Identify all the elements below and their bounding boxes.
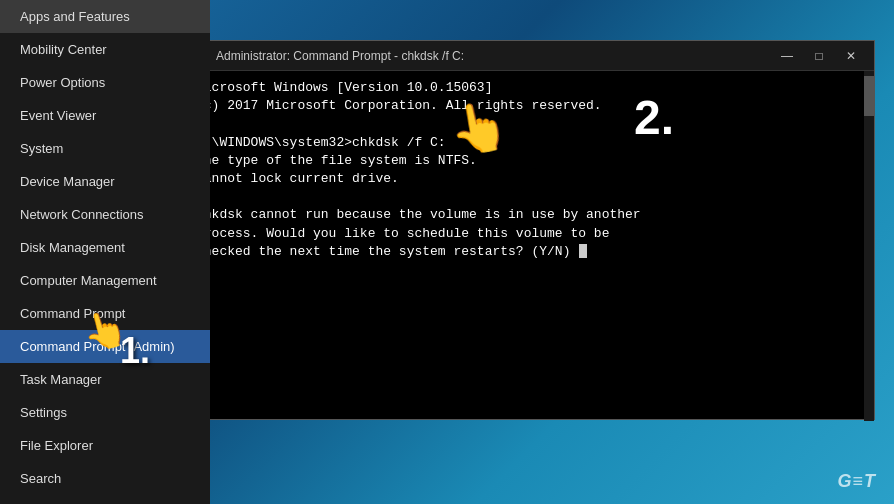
menu-item-label-command-prompt-admin: Command Prompt (Admin) [20,339,175,354]
menu-item-mobility-center[interactable]: Mobility Center [0,33,210,66]
cmd-scrollbar[interactable] [864,71,874,421]
cmd-titlebar: C:\ Administrator: Command Prompt - chkd… [186,41,874,71]
menu-item-label-task-manager: Task Manager [20,372,102,387]
minimize-button[interactable]: — [772,46,802,66]
menu-item-run[interactable]: Run [0,495,210,504]
cmd-line-6: Cannot lock current drive. [196,170,864,188]
context-menu: Apps and FeaturesMobility CenterPower Op… [0,0,210,504]
cmd-line-4: C:\WINDOWS\system32>chkdsk /f C: [196,134,864,152]
menu-item-settings[interactable]: Settings [0,396,210,429]
menu-item-computer-management[interactable]: Computer Management [0,264,210,297]
menu-item-disk-management[interactable]: Disk Management [0,231,210,264]
cmd-line-7 [196,188,864,206]
menu-item-label-settings: Settings [20,405,67,420]
menu-item-label-apps-features: Apps and Features [20,9,130,24]
cmd-line-2: (c) 2017 Microsoft Corporation. All righ… [196,97,864,115]
menu-item-label-network-connections: Network Connections [20,207,144,222]
menu-item-label-file-explorer: File Explorer [20,438,93,453]
menu-item-command-prompt[interactable]: Command Prompt [0,297,210,330]
cmd-content[interactable]: Microsoft Windows [Version 10.0.15063] (… [186,71,874,419]
cmd-line-3 [196,115,864,133]
close-button[interactable]: ✕ [836,46,866,66]
menu-item-label-mobility-center: Mobility Center [20,42,107,57]
cmd-line-5: The type of the file system is NTFS. [196,152,864,170]
menu-item-event-viewer[interactable]: Event Viewer [0,99,210,132]
desktop: Apps and FeaturesMobility CenterPower Op… [0,0,894,504]
menu-item-file-explorer[interactable]: File Explorer [0,429,210,462]
cmd-title: Administrator: Command Prompt - chkdsk /… [216,49,772,63]
cmd-line-10: checked the next time the system restart… [196,243,864,261]
menu-item-label-device-manager: Device Manager [20,174,115,189]
cmd-window-controls: — □ ✕ [772,46,866,66]
menu-item-label-disk-management: Disk Management [20,240,125,255]
cmd-line-9: process. Would you like to schedule this… [196,225,864,243]
cmd-line-1: Microsoft Windows [Version 10.0.15063] [196,79,864,97]
menu-item-label-power-options: Power Options [20,75,105,90]
menu-item-label-computer-management: Computer Management [20,273,157,288]
cmd-window: C:\ Administrator: Command Prompt - chkd… [185,40,875,420]
menu-item-task-manager[interactable]: Task Manager [0,363,210,396]
scrollbar-thumb[interactable] [864,76,874,116]
menu-item-label-system: System [20,141,63,156]
maximize-button[interactable]: □ [804,46,834,66]
menu-item-command-prompt-admin[interactable]: Command Prompt (Admin) [0,330,210,363]
menu-item-apps-features[interactable]: Apps and Features [0,0,210,33]
cmd-line-8: Chkdsk cannot run because the volume is … [196,206,864,224]
watermark: G≡T [838,471,877,492]
menu-item-network-connections[interactable]: Network Connections [0,198,210,231]
menu-item-power-options[interactable]: Power Options [0,66,210,99]
menu-item-device-manager[interactable]: Device Manager [0,165,210,198]
menu-item-label-search: Search [20,471,61,486]
menu-item-search[interactable]: Search [0,462,210,495]
menu-item-label-event-viewer: Event Viewer [20,108,96,123]
menu-item-label-command-prompt: Command Prompt [20,306,125,321]
menu-item-system[interactable]: System [0,132,210,165]
